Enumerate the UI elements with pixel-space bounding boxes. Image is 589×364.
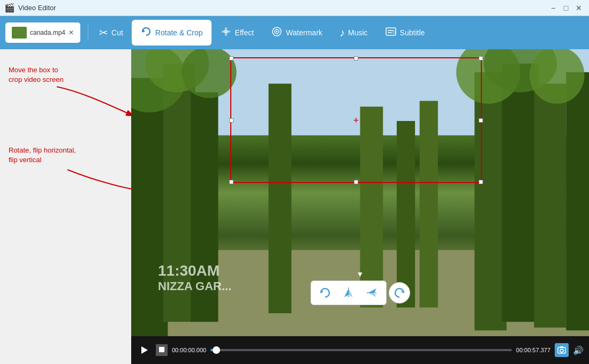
tab-subtitle-label: Subtitle <box>400 28 425 37</box>
crop-handle-br[interactable] <box>479 180 483 184</box>
svg-marker-36 <box>349 289 353 297</box>
tab-cut[interactable]: ✂ Cut <box>90 20 132 46</box>
crop-handle-tm[interactable] <box>354 56 358 60</box>
svg-rect-23 <box>566 72 589 330</box>
svg-marker-0 <box>142 29 145 33</box>
sidebar: Move the box tocrop video screen Rotate,… <box>0 49 131 364</box>
rotate-right-button[interactable] <box>389 282 410 304</box>
cut-icon: ✂ <box>99 26 108 39</box>
maximize-button[interactable]: □ <box>560 2 572 14</box>
rotate-flip-group <box>311 280 387 305</box>
svg-point-3 <box>225 34 227 36</box>
svg-rect-43 <box>159 347 164 352</box>
video-area: 11:30AM NIZZA GAR... + ▼ <box>131 49 589 364</box>
svg-rect-22 <box>534 84 566 328</box>
svg-point-2 <box>225 27 227 29</box>
titlebar: 🎬 Video Editor − □ ✕ <box>0 0 589 16</box>
svg-point-1 <box>224 29 228 34</box>
video-time: 11:30AM <box>158 262 231 279</box>
svg-text:ST: ST <box>392 31 397 34</box>
tab-effect-label: Effect <box>235 28 254 37</box>
svg-rect-17 <box>131 78 168 336</box>
tab-music-label: Music <box>348 28 368 37</box>
video-overlay: 11:30AM NIZZA GAR... <box>158 262 231 293</box>
screenshot-button[interactable] <box>555 343 569 357</box>
main-layout: Move the box tocrop video screen Rotate,… <box>0 49 589 364</box>
timeline-thumb[interactable] <box>213 346 220 354</box>
crop-handle-ml[interactable] <box>229 118 233 123</box>
stop-button[interactable] <box>156 344 168 356</box>
playback-controls: 00:00:00.000 00:00:57.377 🔊 <box>131 336 589 364</box>
tab-subtitle[interactable]: ST Subtitle <box>376 20 434 46</box>
tab-watermark-label: Watermark <box>286 28 322 37</box>
expand-chevron[interactable]: ▼ <box>357 270 364 278</box>
crop-handle-tr[interactable] <box>479 56 483 60</box>
file-thumbnail <box>12 27 27 39</box>
tab-effect[interactable]: Effect <box>212 20 263 46</box>
svg-point-45 <box>560 349 563 352</box>
svg-point-5 <box>228 31 230 33</box>
volume-button[interactable]: 🔊 <box>573 345 584 355</box>
hint2-container: Rotate, flip horizontal,flip vertical <box>9 146 76 165</box>
crop-handle-bm[interactable] <box>354 180 358 184</box>
rotate-left-button[interactable] <box>315 283 335 302</box>
svg-rect-21 <box>502 64 539 322</box>
time-end: 00:00:57.377 <box>516 347 550 353</box>
music-icon: ♪ <box>339 27 345 39</box>
file-tab-close[interactable]: ✕ <box>69 29 74 36</box>
watermark-icon <box>271 26 283 40</box>
svg-marker-35 <box>344 289 349 297</box>
crop-box[interactable]: + <box>230 57 482 183</box>
app-title: Video Editor <box>18 4 56 12</box>
effect-icon <box>220 26 232 40</box>
svg-point-8 <box>276 31 278 32</box>
flip-horizontal-button[interactable] <box>339 283 358 302</box>
timeline[interactable] <box>210 349 512 351</box>
nav-bar: canada.mp4 ✕ ✂ Cut Rotate & Crop Effect … <box>0 16 589 49</box>
close-button[interactable]: ✕ <box>573 2 585 14</box>
svg-marker-42 <box>141 346 148 354</box>
tab-rotate-crop-label: Rotate & Crop <box>155 28 203 37</box>
subtitle-icon: ST <box>385 26 397 40</box>
svg-marker-39 <box>368 293 376 297</box>
video-location: NIZZA GAR... <box>158 279 231 293</box>
tab-rotate-crop[interactable]: Rotate & Crop <box>132 20 212 46</box>
file-tab-label[interactable]: canada.mp4 <box>30 29 65 36</box>
rotation-controls: ▼ <box>311 280 410 305</box>
play-button[interactable] <box>137 343 152 358</box>
tab-watermark[interactable]: Watermark <box>262 20 331 46</box>
tab-cut-label: Cut <box>111 28 123 37</box>
time-start: 00:00:00.000 <box>172 347 206 353</box>
app-icon: 🎬 <box>4 3 15 13</box>
hint1-container: Move the box tocrop video screen <box>9 65 64 85</box>
crop-handle-tl[interactable] <box>229 56 233 60</box>
svg-point-4 <box>222 31 224 33</box>
svg-rect-46 <box>560 346 563 348</box>
rotate-icon <box>140 26 152 40</box>
minimize-button[interactable]: − <box>547 2 559 14</box>
crop-handle-bl[interactable] <box>229 180 233 184</box>
tab-music[interactable]: ♪ Music <box>331 20 376 46</box>
video-canvas: 11:30AM NIZZA GAR... + ▼ <box>131 49 589 336</box>
crop-crosshair: + <box>353 115 359 126</box>
flip-vertical-button[interactable] <box>363 283 382 302</box>
svg-marker-38 <box>368 289 376 293</box>
crop-handle-mr[interactable] <box>479 118 483 123</box>
